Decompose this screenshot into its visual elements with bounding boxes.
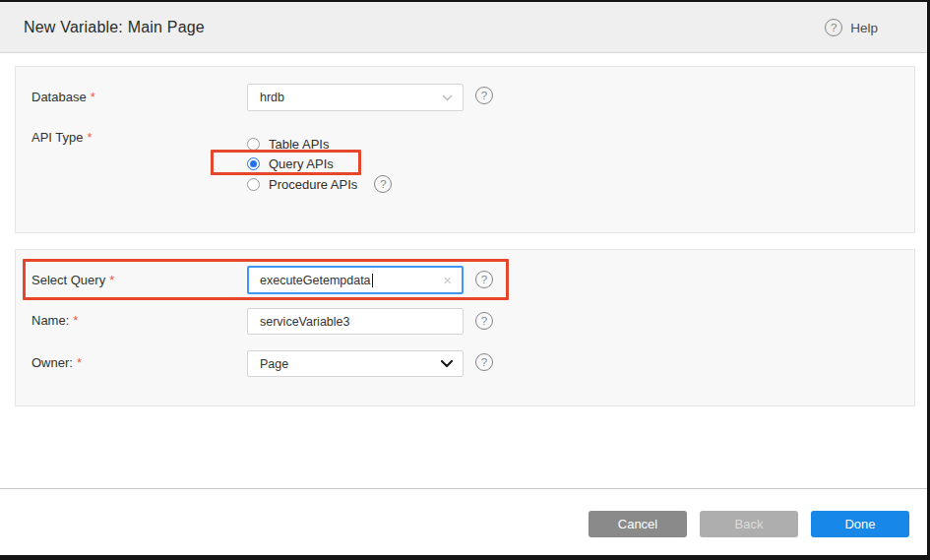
radio-option-table-apis[interactable]: Table APIs <box>247 137 329 152</box>
help-button[interactable]: ? Help <box>825 2 878 53</box>
back-button[interactable]: Back <box>700 511 798 537</box>
required-asterisk: * <box>91 90 95 104</box>
cancel-button[interactable]: Cancel <box>589 511 687 537</box>
required-asterisk: * <box>88 130 93 145</box>
dialog-header: New Variable: Main Page ? Help <box>0 2 927 53</box>
owner-label: Owner:* <box>31 355 82 370</box>
api-type-help-icon[interactable]: ? <box>374 175 392 193</box>
select-query-input[interactable]: executeGetempdata × <box>247 266 464 294</box>
help-icon: ? <box>825 19 842 36</box>
owner-select-value: Page <box>260 357 441 371</box>
name-label: Name:* <box>31 313 78 328</box>
radio-unselected-icon <box>247 178 260 191</box>
done-button[interactable]: Done <box>811 511 909 537</box>
text-cursor <box>372 274 373 287</box>
chevron-down-icon <box>442 94 453 101</box>
radio-option-procedure-apis[interactable]: Procedure APIs ? <box>247 175 392 193</box>
database-select-value: hrdb <box>260 91 442 104</box>
required-asterisk: * <box>73 313 78 328</box>
owner-help-icon[interactable]: ? <box>475 353 493 371</box>
new-variable-dialog: { "header": { "title": "New Variable: Ma… <box>0 0 930 560</box>
name-help-icon[interactable]: ? <box>475 312 493 330</box>
select-query-help-icon[interactable]: ? <box>475 271 493 288</box>
variable-details-section <box>15 249 915 406</box>
api-type-label: API Type* <box>31 130 93 145</box>
database-select[interactable]: hrdb <box>247 84 464 111</box>
owner-select[interactable]: Page <box>247 350 464 377</box>
api-type-section <box>15 66 915 233</box>
radio-label: Table APIs <box>269 137 329 152</box>
database-help-icon[interactable]: ? <box>475 87 493 104</box>
page-title: New Variable: Main Page <box>24 19 205 36</box>
radio-option-query-apis[interactable]: Query APIs <box>247 156 334 171</box>
required-asterisk: * <box>77 355 82 370</box>
select-query-value: executeGetempdata <box>260 274 371 287</box>
chevron-down-icon <box>441 360 453 368</box>
database-label: Database* <box>31 90 95 104</box>
clear-icon[interactable]: × <box>443 273 452 287</box>
name-input[interactable] <box>247 308 464 335</box>
radio-unselected-icon <box>247 138 260 151</box>
required-asterisk: * <box>109 273 114 287</box>
radio-label: Query APIs <box>269 156 334 171</box>
footer-divider <box>0 488 927 489</box>
help-label: Help <box>850 21 878 35</box>
radio-label: Procedure APIs <box>269 177 357 192</box>
select-query-label: Select Query* <box>31 273 114 287</box>
screenshot-border-bottom <box>0 555 930 560</box>
radio-selected-icon <box>247 157 260 170</box>
